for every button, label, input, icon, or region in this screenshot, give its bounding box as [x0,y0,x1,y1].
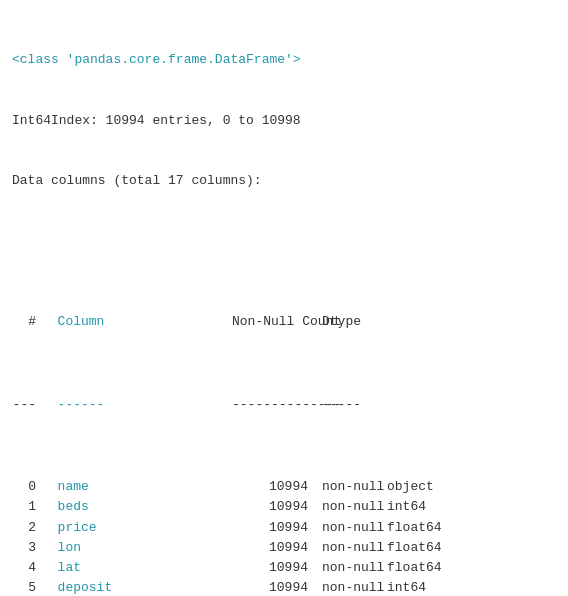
row-num: 3 [12,538,42,558]
row-column-name: lat [42,558,232,578]
row-column-name: name [42,477,232,497]
header-dtype: Dtype [322,312,392,332]
index-text: Int64Index: 10994 entries, 0 to 10998 [12,111,301,131]
table-row: 4 lat10994non-nullfloat64 [12,558,556,578]
row-count: 10994 [232,518,312,538]
row-count: 10994 [232,558,312,578]
row-column-name: lon [42,538,232,558]
sep-count: -------------- [232,395,312,415]
row-nonnull: non-null [322,578,387,596]
row-count: 10994 [232,538,312,558]
class-text: <class 'pandas.core.frame.DataFrame'> [12,50,301,70]
table-row: 2 price10994non-nullfloat64 [12,518,556,538]
header-count: Non-Null Count [232,312,312,332]
row-dtype: int64 [387,578,457,596]
header-num: # [12,312,42,332]
row-dtype: float64 [387,518,457,538]
row-nonnull: non-null [322,538,387,558]
table-row: 1 beds10994non-nullint64 [12,497,556,517]
row-column-name: price [42,518,232,538]
row-nonnull: non-null [322,497,387,517]
row-num: 2 [12,518,42,538]
table-separator-row: --- ------ -------------- ----- [12,395,556,415]
row-num: 1 [12,497,42,517]
row-num: 4 [12,558,42,578]
columns-line: Data columns (total 17 columns): [12,171,556,191]
row-count: 10994 [232,477,312,497]
row-count: 10994 [232,497,312,517]
dataframe-info: <class 'pandas.core.frame.DataFrame'> In… [12,10,556,596]
row-dtype: object [387,477,457,497]
sep-column: ------ [42,395,232,415]
table-row: 5 deposit10994non-nullint64 [12,578,556,596]
row-num: 0 [12,477,42,497]
row-num: 5 [12,578,42,596]
row-dtype: float64 [387,538,457,558]
row-dtype: float64 [387,558,457,578]
row-nonnull: non-null [322,518,387,538]
header-column: Column [42,312,232,332]
info-table: # Column Non-Null Count Dtype --- ------… [12,252,556,596]
row-nonnull: non-null [322,477,387,497]
sep-num: --- [12,395,42,415]
row-dtype: int64 [387,497,457,517]
table-row: 3 lon10994non-nullfloat64 [12,538,556,558]
index-line: Int64Index: 10994 entries, 0 to 10998 [12,111,556,131]
row-column-name: deposit [42,578,232,596]
row-count: 10994 [232,578,312,596]
table-row: 0 name10994non-nullobject [12,477,556,497]
class-line: <class 'pandas.core.frame.DataFrame'> [12,50,556,70]
data-rows-container: 0 name10994non-nullobject1 beds10994non-… [12,477,556,596]
table-header-row: # Column Non-Null Count Dtype [12,312,556,332]
sep-dtype: ----- [322,395,392,415]
columns-text: Data columns (total 17 columns): [12,171,262,191]
row-nonnull: non-null [322,558,387,578]
row-column-name: beds [42,497,232,517]
